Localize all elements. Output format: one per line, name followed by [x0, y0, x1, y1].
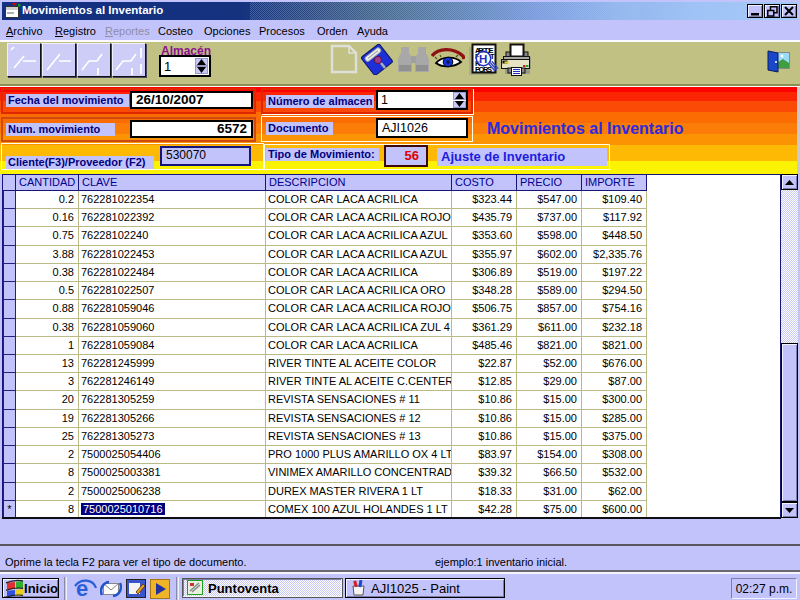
svg-text:H: H [479, 53, 487, 65]
